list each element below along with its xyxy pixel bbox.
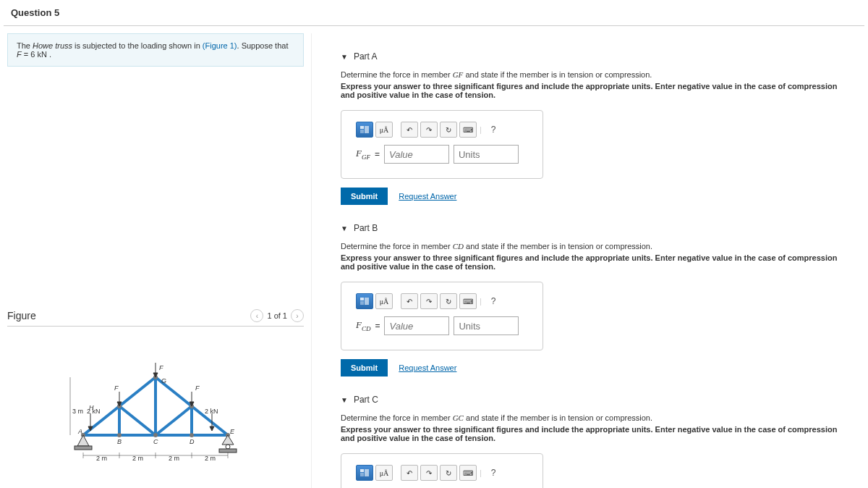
redo-button[interactable]: ↷ — [420, 293, 438, 309]
equals: = — [375, 321, 380, 331]
submit-button[interactable]: Submit — [341, 188, 388, 205]
request-answer-link[interactable]: Request Answer — [399, 363, 456, 372]
keyboard-button[interactable]: ⌨ — [459, 293, 477, 309]
figure-header: Figure ‹ 1 of 1 › — [7, 306, 304, 327]
part-description: Determine the force in member CD and sta… — [341, 242, 854, 251]
part-header[interactable]: ▼Part A — [341, 51, 854, 62]
template-icon[interactable] — [356, 293, 373, 309]
redo-button[interactable]: ↷ — [420, 465, 438, 481]
part-instructions: Express your answer to three significant… — [341, 82, 854, 99]
svg-rect-58 — [365, 469, 369, 476]
value-input[interactable] — [384, 316, 449, 335]
prev-figure-button[interactable]: ‹ — [250, 309, 263, 322]
units-input[interactable] — [454, 145, 519, 164]
svg-rect-56 — [360, 301, 364, 305]
undo-button[interactable]: ↶ — [401, 465, 418, 481]
figure-link[interactable]: (Figure 1) — [203, 41, 237, 50]
submit-row: SubmitRequest Answer — [341, 188, 854, 205]
svg-text:B: B — [117, 438, 122, 445]
caret-down-icon: ▼ — [341, 224, 348, 232]
svg-point-10 — [153, 433, 158, 437]
var-F: F — [17, 50, 22, 59]
answer-box: μÅ↶↷↻⌨|?FGF = — [341, 110, 543, 179]
help-button[interactable]: ? — [485, 122, 502, 138]
left-panel: The Howe truss is subjected to the loadi… — [0, 33, 311, 488]
svg-text:F: F — [114, 384, 119, 392]
redo-button[interactable]: ↷ — [420, 122, 438, 138]
next-figure-button[interactable]: › — [291, 309, 304, 322]
svg-text:D: D — [190, 438, 195, 445]
answer-box: μÅ↶↷↻⌨|?FCD = — [341, 282, 543, 350]
submit-button[interactable]: Submit — [341, 359, 388, 376]
question-title: Question 5 — [0, 0, 868, 25]
undo-button[interactable]: ↶ — [401, 293, 418, 309]
part-instructions: Express your answer to three significant… — [341, 425, 854, 442]
svg-line-6 — [119, 406, 156, 435]
undo-button[interactable]: ↶ — [401, 122, 418, 138]
units-input[interactable] — [454, 316, 519, 335]
svg-text:H: H — [89, 404, 94, 411]
text: . Suppose that — [237, 41, 289, 50]
part-instructions: Express your answer to three significant… — [341, 253, 854, 271]
svg-rect-16 — [75, 446, 92, 450]
text: The — [17, 41, 33, 50]
template-icon[interactable] — [356, 122, 373, 138]
reset-button[interactable]: ↻ — [440, 293, 457, 309]
special-char-button[interactable]: μÅ — [375, 465, 393, 481]
variable-label: FCD — [356, 319, 370, 332]
text: = 6 kN . — [22, 50, 51, 59]
template-icon[interactable] — [356, 465, 373, 481]
reset-button[interactable]: ↻ — [440, 122, 457, 138]
value-input[interactable] — [384, 145, 449, 164]
svg-text:2 m: 2 m — [169, 455, 179, 462]
part-header[interactable]: ▼Part B — [341, 223, 854, 233]
caret-down-icon: ▼ — [341, 396, 348, 404]
input-row: FGF = — [356, 145, 528, 164]
pager-text: 1 of 1 — [267, 311, 287, 320]
special-char-button[interactable]: μÅ — [375, 293, 393, 309]
problem-statement: The Howe truss is subjected to the loadi… — [7, 33, 304, 67]
svg-text:A: A — [77, 428, 82, 435]
help-button[interactable]: ? — [485, 293, 502, 309]
svg-rect-55 — [365, 298, 369, 305]
figure-image: 3 m 2 kN H F F G F 2 kN A B C D E 2 m2 m… — [7, 327, 304, 488]
svg-point-17 — [226, 445, 230, 449]
request-answer-link[interactable]: Request Answer — [399, 192, 456, 201]
part-title: Part B — [354, 223, 378, 233]
part-title: Part C — [354, 395, 378, 405]
figure-pager: ‹ 1 of 1 › — [250, 309, 304, 322]
keyboard-button[interactable]: ⌨ — [459, 122, 477, 138]
help-button[interactable]: ? — [485, 465, 502, 481]
svg-text:E: E — [230, 428, 235, 435]
divider — [4, 25, 864, 26]
special-char-button[interactable]: μÅ — [375, 122, 393, 138]
svg-rect-52 — [365, 126, 369, 133]
answer-box: μÅ↶↷↻⌨|?FGC = — [341, 453, 543, 488]
svg-line-7 — [156, 406, 192, 435]
svg-rect-59 — [360, 473, 364, 476]
part-description: Determine the force in member GC and sta… — [341, 413, 854, 422]
right-panel: ▼Part ADetermine the force in member GF … — [311, 33, 868, 488]
equals: = — [375, 149, 380, 159]
reset-button[interactable]: ↻ — [440, 465, 457, 481]
submit-row: SubmitRequest Answer — [341, 359, 854, 376]
caret-down-icon: ▼ — [341, 53, 348, 61]
part-header[interactable]: ▼Part C — [341, 395, 854, 405]
svg-text:2 m: 2 m — [96, 455, 107, 462]
keyboard-button[interactable]: ⌨ — [459, 465, 477, 481]
svg-text:G: G — [161, 377, 166, 384]
svg-text:2 kN: 2 kN — [205, 408, 218, 415]
svg-text:3 m: 3 m — [72, 408, 83, 415]
svg-text:2 m: 2 m — [132, 455, 143, 462]
svg-text:F: F — [159, 364, 163, 371]
svg-point-11 — [190, 433, 194, 437]
input-row: FCD = — [356, 316, 528, 335]
svg-text:C: C — [153, 438, 158, 445]
svg-rect-18 — [219, 449, 237, 453]
svg-rect-51 — [360, 126, 364, 129]
svg-rect-57 — [360, 469, 364, 472]
text: is subjected to the loading shown in — [72, 41, 203, 50]
answer-toolbar: μÅ↶↷↻⌨|? — [356, 465, 528, 481]
figure-title: Figure — [7, 310, 36, 321]
variable-label: FGF — [356, 148, 370, 161]
